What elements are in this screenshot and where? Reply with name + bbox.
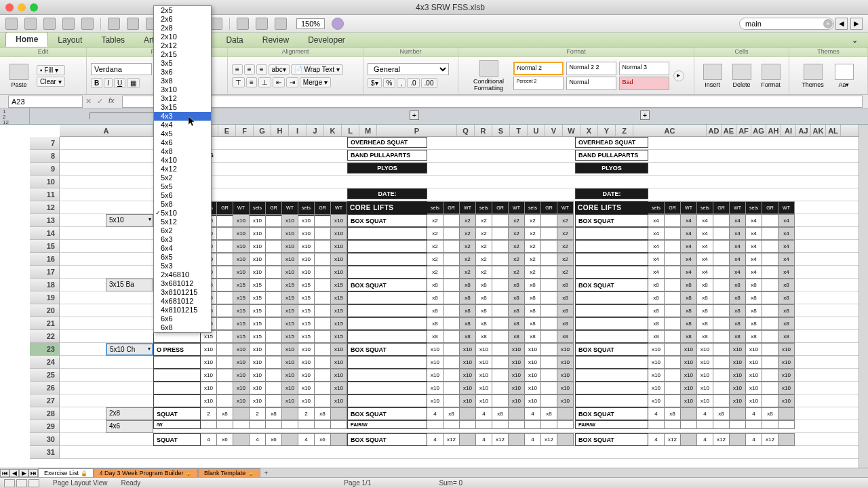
styles-more-button[interactable]: ▸ (673, 70, 684, 81)
row-header-30[interactable]: 30 (30, 433, 60, 446)
dropdown-option[interactable]: 4x3 (154, 112, 211, 121)
dropdown-option[interactable]: 4x681012 (154, 297, 211, 306)
workout-block[interactable]: Overhead Squat (575, 137, 648, 148)
col-header-Y[interactable]: Y (598, 125, 616, 136)
sheet-first-button[interactable]: ⏮ (0, 469, 9, 477)
col-header-W[interactable]: W (563, 125, 580, 136)
sheet-next-button[interactable]: ▶ (19, 469, 28, 477)
dropdown-option[interactable]: 6x2 (154, 226, 211, 235)
cut-icon[interactable] (108, 18, 120, 30)
vertical-scrollbar[interactable] (859, 125, 868, 469)
dropdown-option[interactable]: 3x6 (154, 68, 211, 77)
zoom-dropdown[interactable]: 150% (296, 18, 325, 29)
style-bad[interactable]: Bad (619, 77, 669, 90)
normal-view-button[interactable] (4, 479, 15, 487)
col-header-AJ[interactable]: AJ (796, 125, 811, 136)
col-header-F[interactable]: F (236, 125, 254, 136)
workout-block[interactable]: Box Squat4x84x84x8 (347, 407, 574, 420)
workout-block[interactable]: Overhead Squat (347, 137, 427, 148)
indent-inc-button[interactable]: ⇥ (286, 77, 298, 87)
col-header-AD[interactable]: AD (707, 125, 722, 136)
dropdown-option[interactable]: 4x8101215 (154, 306, 211, 314)
col-header-K[interactable]: K (324, 125, 342, 136)
row-header-22[interactable]: 22 (30, 330, 60, 343)
col-header-A[interactable]: A (60, 125, 153, 136)
cell-a28[interactable]: 2x8 (106, 407, 153, 420)
workout-block[interactable]: Squat4x64x64x6 (153, 433, 347, 446)
row-header-15[interactable]: 15 (30, 240, 60, 253)
clear-button[interactable]: Clear ▾ (37, 77, 65, 87)
tab-layout[interactable]: Layout (48, 33, 92, 47)
close-icon[interactable] (5, 3, 14, 12)
dropdown-option[interactable]: 6x8 (154, 323, 211, 332)
merge-button[interactable]: Merge ▾ (300, 77, 331, 87)
style-normal2[interactable]: Normal 2 (513, 62, 564, 75)
accept-formula-icon[interactable]: ✓ (97, 97, 103, 106)
workout-block[interactable]: x8x8x8x8x8x8 (347, 330, 574, 343)
workout-block[interactable]: Plyos (575, 163, 648, 174)
row-header-16[interactable]: 16 (30, 253, 60, 266)
page-layout-view-button[interactable] (16, 479, 27, 487)
dropdown-option[interactable]: 4x12 (154, 165, 211, 174)
col-header-U[interactable]: U (528, 125, 545, 136)
delete-cells-button[interactable]: Delete (728, 60, 755, 92)
dropdown-option[interactable]: 2x8 (154, 24, 211, 33)
workout-block[interactable]: x10x10x10x10x10x10 (347, 356, 574, 369)
workout-block[interactable]: Box Squatx10x10x10x10x10x10 (347, 343, 574, 356)
dec-inc-button[interactable]: .0 (407, 78, 419, 88)
col-header-T[interactable]: T (510, 125, 528, 136)
workout-block[interactable]: x10x10x10x10x10x10 (575, 382, 795, 394)
workout-block[interactable]: Pair/W (575, 420, 795, 429)
align-right-button[interactable]: ≡ (256, 64, 267, 75)
dropdown-option[interactable]: 5x2 (154, 174, 211, 182)
dropdown-option[interactable]: 5x3 (154, 262, 211, 270)
col-header-M[interactable]: M (359, 125, 377, 136)
row-header-18[interactable]: 18 (30, 279, 60, 291)
row-header-19[interactable]: 19 (30, 291, 60, 304)
dropdown-option[interactable]: 3x8101215 (154, 288, 211, 297)
row-header-29[interactable]: 29 (30, 420, 60, 433)
dropdown-option[interactable]: 4x5 (154, 129, 211, 138)
themes-button[interactable]: Themes (798, 60, 828, 92)
workout-block[interactable]: x10x10x10x10x10x10 (347, 369, 574, 382)
cell-a23[interactable]: 5x10 Ch▾ (106, 343, 153, 356)
bold-button[interactable]: B (91, 78, 102, 88)
workout-block[interactable]: x10x10x10x10x10x10 (575, 394, 795, 407)
row-header-8[interactable]: 8 (30, 150, 60, 163)
col-header-L[interactable]: L (342, 125, 359, 136)
orientation-button[interactable]: abc▾ (269, 64, 290, 75)
dropdown-option[interactable]: 2x6 (154, 15, 211, 24)
workout-block[interactable]: x10x10x10x10x10x10 (153, 356, 347, 369)
dropdown-option[interactable]: 5x12 (154, 218, 211, 226)
workout-block[interactable]: x2x2x2x2x2x2 (347, 240, 574, 253)
workout-block[interactable]: x8x8x8x8x8x8 (575, 330, 795, 343)
col-header-AG[interactable]: AG (751, 125, 766, 136)
dropdown-option[interactable]: 3x15 (154, 103, 211, 112)
style-normal3[interactable]: Normal 3 (619, 62, 669, 75)
row-header-20[interactable]: 20 (30, 304, 60, 317)
valign-mid-button[interactable]: ≡ (246, 77, 257, 87)
workout-block[interactable]: x10x10x10x10x10x10 (153, 369, 347, 382)
workout-block[interactable]: DATE: (575, 188, 648, 199)
comma-button[interactable]: , (397, 78, 406, 88)
col-header-P[interactable]: P (377, 125, 457, 136)
col-header-AE[interactable]: AE (722, 125, 736, 136)
dropdown-option[interactable]: 2x5 (154, 6, 211, 15)
workout-block[interactable]: x2x2x2x2x2x2 (347, 253, 574, 266)
workout-block[interactable]: x8x8x8x8x8x8 (575, 291, 795, 304)
tab-developer[interactable]: Developer (298, 33, 355, 47)
dropdown-option[interactable]: 4x10 (154, 156, 211, 165)
percent-button[interactable]: % (383, 78, 396, 88)
cell-a18[interactable]: 3x15 Ba (106, 279, 153, 291)
workout-block[interactable]: x10x10x10x10x10x10 (153, 394, 347, 407)
italic-button[interactable]: I (104, 78, 113, 88)
workout-block[interactable]: x2x2x2x2x2x2 (347, 227, 574, 240)
workout-block[interactable]: Squat2x82x82x8 (153, 407, 347, 420)
home-icon[interactable] (5, 18, 18, 30)
workout-block[interactable]: /W (153, 420, 347, 429)
workout-block[interactable]: Band Pullaparts (575, 150, 648, 161)
workout-block[interactable]: Box Squat4x124x124x12 (347, 433, 574, 446)
open-icon[interactable] (62, 18, 75, 30)
row-header-26[interactable]: 26 (30, 382, 60, 394)
workout-block[interactable]: x8x8x8x8x8x8 (347, 291, 574, 304)
